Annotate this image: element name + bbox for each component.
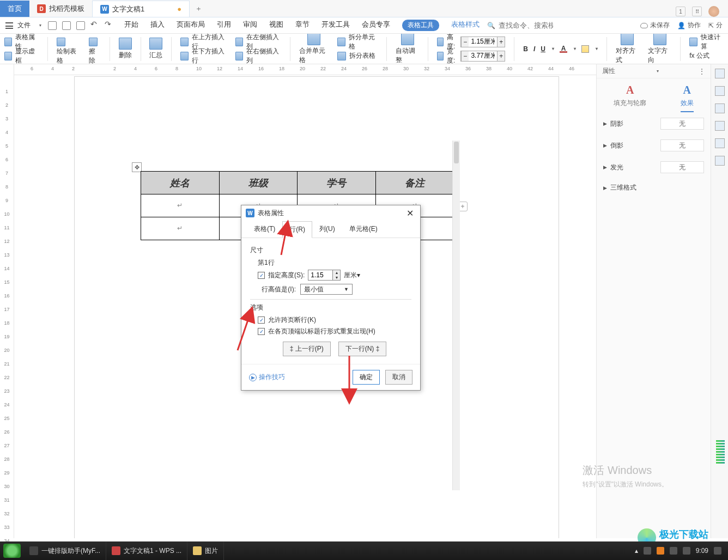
panel-menu-icon[interactable]: ⋮	[699, 68, 705, 75]
btn-autofit[interactable]: 自动调整	[396, 34, 419, 64]
fill-color-button[interactable]	[581, 45, 589, 53]
table-header[interactable]: 备注	[375, 172, 454, 194]
btn-formula[interactable]: fx 公式	[689, 50, 724, 62]
width-plus[interactable]: +	[497, 51, 505, 61]
ribbon-tab[interactable]: 会员专享	[362, 20, 390, 31]
unit-label[interactable]: 厘米▾	[344, 271, 360, 280]
ribbon-tab[interactable]: 插入	[150, 20, 165, 31]
panel-row-shadow[interactable]: ▶阴影 无	[603, 118, 704, 130]
panel-tab-effect[interactable]: A效果	[681, 84, 694, 112]
table-header[interactable]: 姓名	[141, 172, 220, 194]
scrollbar-thumb[interactable]	[454, 142, 459, 163]
btn-merge-cells[interactable]: 合并单元格	[299, 34, 329, 64]
italic-button[interactable]: I	[533, 45, 535, 53]
taskbar-item[interactable]: 文字文稿1 - WPS ...	[106, 541, 187, 560]
ribbon-tab-table-style[interactable]: 表格样式	[451, 20, 480, 31]
dialog-tab-cell[interactable]: 单元格(E)	[342, 221, 385, 238]
side-tool[interactable]	[715, 138, 725, 148]
table-header[interactable]: 学号	[298, 172, 376, 194]
vertical-scrollbar[interactable]	[452, 141, 460, 490]
height-minus[interactable]: −	[461, 37, 469, 47]
checkbox-repeat-header[interactable]: ✓	[258, 328, 265, 335]
ribbon-tab[interactable]: 章节	[295, 20, 310, 31]
side-tool[interactable]	[715, 121, 725, 131]
width-minus[interactable]: −	[461, 51, 469, 61]
tab-template[interactable]: D 找稻壳模板	[29, 1, 92, 17]
ribbon-tab[interactable]: 开始	[124, 20, 138, 31]
ribbon-tab[interactable]: 开发工具	[321, 20, 350, 31]
avatar[interactable]	[708, 6, 719, 17]
rowheight-select[interactable]: 最小值 ▼	[300, 284, 353, 295]
tray-up-icon[interactable]: ▴	[635, 547, 638, 555]
side-tool[interactable]	[715, 104, 725, 113]
share-button[interactable]: ⇱分	[708, 21, 723, 30]
shadow-value[interactable]: 无	[660, 118, 704, 130]
height-value-input[interactable]	[308, 270, 332, 280]
ok-button[interactable]: 确定	[353, 370, 380, 385]
btn-table-props[interactable]: 表格属性	[4, 36, 39, 48]
panel-row-reflection[interactable]: ▶倒影 无	[603, 139, 704, 151]
close-icon[interactable]: ✕	[404, 208, 416, 218]
unsaved-indicator[interactable]: 未保存	[640, 21, 670, 30]
panel-row-3d[interactable]: ▶三维格式	[603, 183, 704, 192]
tray-icon[interactable]	[670, 547, 677, 555]
tray-icon[interactable]	[657, 547, 664, 555]
qa-print-icon[interactable]	[62, 21, 71, 30]
bold-button[interactable]: B	[523, 45, 528, 53]
tips-link[interactable]: ▶ 操作技巧	[249, 373, 285, 382]
btn-insert-col-left[interactable]: 在左侧插入列	[235, 36, 282, 48]
col-width-input[interactable]: − +	[460, 51, 505, 62]
qa-preview-icon[interactable]	[76, 21, 85, 30]
side-tool[interactable]	[715, 156, 725, 166]
panel-tab-fill[interactable]: A填充与轮廓	[614, 84, 646, 112]
btn-show-gridlines[interactable]: 显示虚框	[4, 50, 39, 62]
dialog-titlebar[interactable]: W 表格属性 ✕	[241, 205, 420, 221]
tray-icon[interactable]	[644, 547, 651, 555]
btn-align[interactable]: 对齐方式	[616, 34, 639, 64]
layout-icon[interactable]: 1	[676, 7, 685, 16]
qa-undo-icon[interactable]	[90, 21, 99, 30]
dialog-tab-row[interactable]: 行(R)	[282, 221, 312, 238]
btn-split-cells[interactable]: 拆分单元格	[337, 36, 378, 48]
btn-insert-row-above[interactable]: 在上方插入行	[180, 36, 227, 48]
side-tool[interactable]	[715, 86, 725, 96]
ribbon-tab-table-tools[interactable]: 表格工具	[402, 20, 439, 31]
tab-add-button[interactable]: ＋	[190, 1, 207, 17]
hamburger-icon[interactable]	[5, 22, 13, 29]
side-tool[interactable]	[715, 69, 725, 78]
btn-eraser[interactable]	[89, 36, 101, 48]
ribbon-tab[interactable]: 引用	[217, 20, 231, 31]
taskbar-item[interactable]: 一键排版助手(MyF...	[24, 541, 106, 560]
btn-split-table[interactable]: 拆分表格	[337, 50, 378, 62]
btn-delete[interactable]: 删除	[119, 38, 132, 60]
btn-summary[interactable]: 汇总	[149, 38, 162, 60]
checkbox-specify-height[interactable]: ✓	[258, 272, 265, 279]
file-menu[interactable]: 文件	[17, 21, 31, 30]
next-row-button[interactable]: 下一行(N) ‡	[338, 342, 387, 356]
ribbon-tab[interactable]: 视图	[269, 20, 283, 31]
spin-down[interactable]: ▼	[333, 275, 340, 280]
table-header[interactable]: 班级	[219, 172, 298, 194]
qa-redo-icon[interactable]	[105, 21, 113, 30]
start-button[interactable]	[3, 544, 21, 558]
table-cell[interactable]: ↵	[141, 194, 220, 217]
tray-icon[interactable]	[683, 547, 690, 555]
glow-value[interactable]: 无	[660, 161, 704, 173]
search-input[interactable]	[499, 21, 553, 29]
taskbar-item[interactable]: 图片	[187, 541, 224, 560]
clock[interactable]: 9:09	[696, 547, 708, 555]
qa-save-icon[interactable]	[48, 21, 57, 30]
tray-icon[interactable]	[714, 547, 721, 555]
btn-text-direction[interactable]: 文字方向	[648, 34, 671, 64]
ribbon-tab[interactable]: 页面布局	[177, 20, 205, 31]
tab-home[interactable]: 首页	[0, 1, 29, 17]
underline-button[interactable]: U	[541, 45, 545, 53]
height-plus[interactable]: +	[497, 37, 505, 47]
spin-up[interactable]: ▲	[333, 270, 340, 275]
cancel-button[interactable]: 取消	[385, 370, 412, 385]
table-cell[interactable]: ↵	[141, 217, 220, 240]
btn-quick-calc[interactable]: 快速计算	[689, 36, 724, 48]
reflection-value[interactable]: 无	[660, 139, 704, 151]
ribbon-tab[interactable]: 审阅	[243, 20, 257, 31]
checkbox-allow-break[interactable]: ✓	[258, 316, 265, 324]
